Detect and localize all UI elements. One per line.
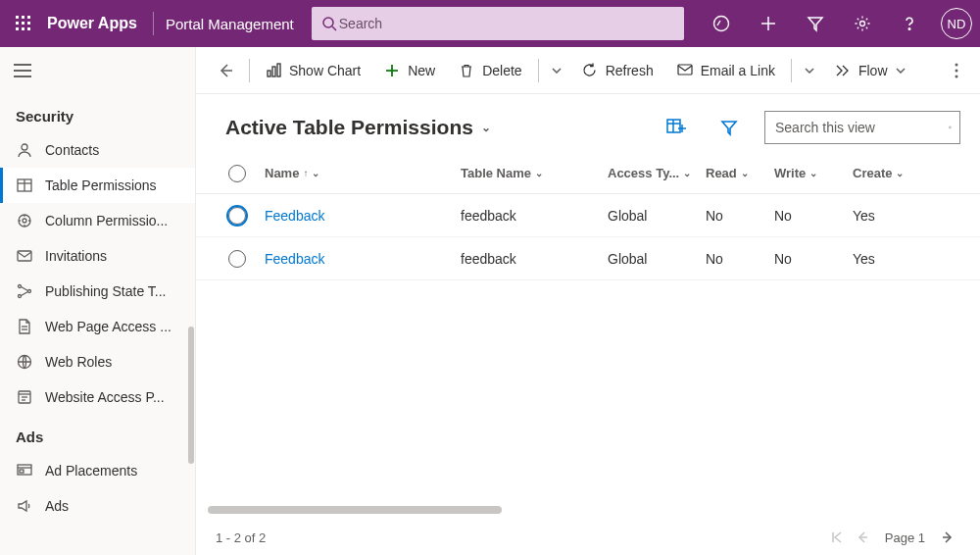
svg-rect-0 xyxy=(16,16,19,19)
help-icon[interactable] xyxy=(886,0,933,47)
svg-point-31 xyxy=(19,295,22,298)
sidebar-item-publishing-state[interactable]: Publishing State T... xyxy=(0,274,195,309)
quick-find-input[interactable] xyxy=(773,119,949,136)
cell-read: No xyxy=(706,208,774,224)
svg-rect-1 xyxy=(22,16,24,19)
table-icon xyxy=(16,177,33,194)
back-button[interactable] xyxy=(208,53,243,88)
edit-columns-button[interactable] xyxy=(659,110,694,145)
row-checkbox[interactable] xyxy=(210,207,265,225)
sidebar-item-table-permissions[interactable]: Table Permissions xyxy=(0,168,195,203)
avatar[interactable]: ND xyxy=(941,8,972,39)
svg-point-50 xyxy=(956,63,958,66)
add-icon[interactable] xyxy=(745,0,792,47)
svg-point-19 xyxy=(22,144,27,150)
cell-write: No xyxy=(774,251,853,267)
trash-icon xyxy=(459,63,474,78)
global-search[interactable] xyxy=(312,7,684,40)
sidebar: Security Contacts Table Permissions Colu… xyxy=(0,47,196,555)
svg-rect-45 xyxy=(272,67,275,76)
email-icon xyxy=(677,63,693,78)
overflow-button[interactable] xyxy=(945,53,968,88)
record-link[interactable]: Feedback xyxy=(265,251,324,267)
chevron-down-icon: ⌄ xyxy=(896,168,904,178)
svg-point-51 xyxy=(956,69,958,72)
refresh-label: Refresh xyxy=(606,63,654,78)
brand-label[interactable]: Power Apps xyxy=(47,15,149,32)
cell-create: Yes xyxy=(853,251,931,267)
sidebar-item-ads[interactable]: Ads xyxy=(0,488,195,524)
select-all-checkbox[interactable] xyxy=(210,165,265,182)
chevron-down-icon: ⌄ xyxy=(481,121,491,134)
pager-next-button[interactable] xyxy=(935,525,960,550)
cell-read: No xyxy=(706,251,774,267)
sidebar-item-web-page-access[interactable]: Web Page Access ... xyxy=(0,309,195,344)
flow-button[interactable]: Flow xyxy=(825,53,915,88)
column-header-write[interactable]: Write⌄ xyxy=(774,166,853,180)
pager-first-button[interactable] xyxy=(824,525,850,550)
assistant-icon[interactable] xyxy=(698,0,745,47)
email-link-button[interactable]: Email a Link xyxy=(667,53,785,88)
svg-rect-6 xyxy=(16,27,19,30)
svg-line-59 xyxy=(951,128,952,129)
new-button[interactable]: New xyxy=(374,53,445,88)
chevron-down-icon xyxy=(896,68,906,74)
chevron-down-icon: ⌄ xyxy=(683,168,691,178)
command-bar: Show Chart New Delete Refresh Email a Li… xyxy=(196,47,980,94)
svg-rect-42 xyxy=(20,470,24,473)
show-chart-label: Show Chart xyxy=(289,63,361,78)
command-separator xyxy=(249,59,250,82)
flow-icon xyxy=(835,63,851,78)
svg-rect-2 xyxy=(27,16,30,19)
hamburger-icon[interactable] xyxy=(0,47,195,94)
chevron-down-icon: ⌄ xyxy=(741,168,749,178)
cell-table-name: feedback xyxy=(461,251,608,267)
access-icon xyxy=(16,388,33,406)
pager-prev-button[interactable] xyxy=(850,525,875,550)
show-chart-button[interactable]: Show Chart xyxy=(256,53,370,88)
cell-access-type: Global xyxy=(608,251,706,267)
delete-button[interactable]: Delete xyxy=(449,53,531,88)
column-icon xyxy=(16,212,33,229)
global-search-input[interactable] xyxy=(337,15,674,32)
sidebar-item-ad-placements[interactable]: Ad Placements xyxy=(0,453,195,488)
horizontal-scrollbar[interactable] xyxy=(208,506,968,516)
svg-rect-49 xyxy=(678,65,692,75)
row-checkbox[interactable] xyxy=(210,250,265,268)
filter-button[interactable] xyxy=(711,110,747,145)
table-row[interactable]: Feedback feedback Global No No Yes xyxy=(196,194,980,237)
chevron-down-icon: ⌄ xyxy=(312,168,319,178)
svg-point-11 xyxy=(714,17,729,31)
record-link[interactable]: Feedback xyxy=(265,208,324,224)
table-row[interactable]: Feedback feedback Global No No Yes xyxy=(196,237,980,280)
sidebar-scrollbar[interactable] xyxy=(188,327,194,464)
view-selector[interactable]: Active Table Permissions ⌄ xyxy=(225,116,491,139)
sidebar-item-web-roles[interactable]: Web Roles xyxy=(0,344,195,379)
quick-find[interactable] xyxy=(764,111,960,144)
sidebar-item-label: Publishing State T... xyxy=(45,283,195,299)
svg-point-15 xyxy=(908,28,910,30)
brand-divider xyxy=(153,12,154,35)
refresh-button[interactable]: Refresh xyxy=(572,53,663,88)
column-header-access-type[interactable]: Access Ty...⌄ xyxy=(608,166,706,180)
svg-rect-3 xyxy=(16,22,19,25)
invitation-icon xyxy=(16,247,33,265)
sidebar-item-column-permissions[interactable]: Column Permissio... xyxy=(0,203,195,238)
column-header-table-name[interactable]: Table Name⌄ xyxy=(461,166,608,180)
column-header-create[interactable]: Create⌄ xyxy=(853,166,931,180)
filter-icon[interactable] xyxy=(792,0,839,47)
sidebar-item-website-access[interactable]: Website Access P... xyxy=(0,379,195,415)
grid-footer: 1 - 2 of 2 Page 1 xyxy=(196,520,980,555)
sidebar-item-contacts[interactable]: Contacts xyxy=(0,132,195,168)
column-header-name[interactable]: Name↑⌄ xyxy=(265,166,461,180)
sidebar-item-invitations[interactable]: Invitations xyxy=(0,238,195,274)
waffle-icon[interactable] xyxy=(0,0,47,47)
email-split-caret[interactable] xyxy=(798,53,821,88)
command-separator xyxy=(538,59,539,82)
settings-icon[interactable] xyxy=(839,0,886,47)
delete-split-caret[interactable] xyxy=(545,53,568,88)
data-grid: Name↑⌄ Table Name⌄ Access Ty...⌄ Read⌄ W… xyxy=(196,153,980,520)
app-title: Portal Management xyxy=(166,16,294,32)
new-label: New xyxy=(408,63,435,78)
column-header-read[interactable]: Read⌄ xyxy=(706,166,774,180)
